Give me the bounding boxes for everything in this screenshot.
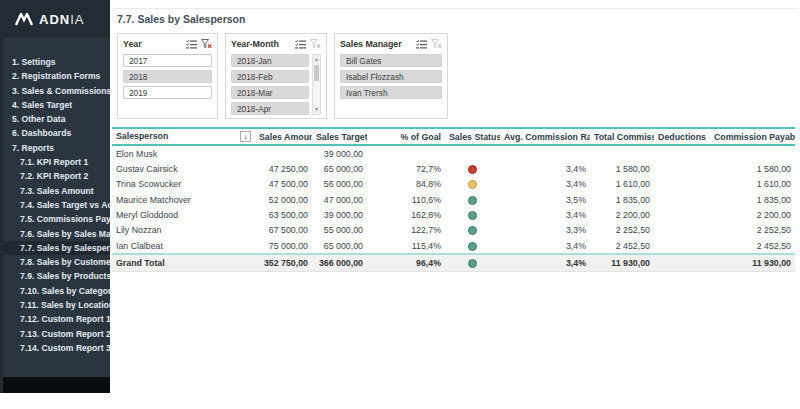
cell-total-commissions: 1 835,00 [590, 192, 654, 207]
sidebar-item-other-data[interactable]: 5. Other Data [3, 112, 110, 126]
sidebar-item-sales-target-vs-actual[interactable]: 7.4. Sales Target vs Actual [3, 198, 110, 212]
clear-filter-icon[interactable] [201, 39, 212, 49]
cell-sales-amount: 67 500,00 [255, 223, 312, 238]
slicer-month-item-apr[interactable]: 2018-Apr [231, 102, 309, 115]
sidebar-item-kpi-report-2[interactable]: 7.2. KPI Report 2 [3, 169, 110, 183]
cell-pct-of-goal: 162,8% [367, 207, 445, 222]
slicer-manager-item-isabel-flozzash[interactable]: Isabel Flozzash [340, 70, 442, 83]
clear-filter-icon-disabled[interactable] [431, 39, 442, 49]
column-header-total-commissions: Total Commissions [590, 128, 654, 145]
sidebar-item-custom-report-3[interactable]: 7.14. Custom Report 3 [3, 341, 110, 355]
cell-sales-amount: 47 500,00 [255, 177, 312, 192]
slicer-month-item-jan[interactable]: 2018-Jan [231, 54, 309, 67]
cell-salesperson: Lily Nozzan [112, 223, 255, 238]
slicer-manager-item-bill-gates[interactable]: Bill Gates [340, 54, 442, 67]
column-header-salesperson: Salesperson ↓ [112, 128, 255, 145]
table-header-row: Salesperson ↓ Sales Amount Sales Target … [112, 128, 795, 145]
cell-sales-target: 65 000,00 [312, 238, 367, 254]
slicer-sales-manager: Sales Manager Bill Gates Isabel Flozzash [334, 33, 448, 119]
cell-commission-payable: 1 580,00 [710, 161, 795, 176]
slicer-row: Year 2017 2018 2019 [117, 33, 448, 119]
slicer-year-item-2019[interactable]: 2019 [123, 86, 212, 99]
cell-pct-of-goal: 110,6% [367, 192, 445, 207]
cell-deductions [654, 192, 710, 207]
table-row: Trina Scowucker 47 500,00 56 000,00 84,8… [112, 177, 795, 192]
cell-commission-payable: 11 930,00 [710, 254, 795, 271]
cell-salesperson: Gustav Cairsick [112, 161, 255, 176]
cell-sales-amount: 63 500,00 [255, 207, 312, 222]
sidebar-item-sales-commissions[interactable]: 3. Sales & Commissions [3, 84, 110, 98]
sidebar-item-sales-target[interactable]: 4. Sales Target [3, 98, 110, 112]
logo-text-bold: ADN [39, 12, 70, 27]
cell-salesperson: Trina Scowucker [112, 177, 255, 192]
status-dot [468, 196, 477, 205]
sidebar-item-commissions-payable[interactable]: 7.5. Commissions Payable [3, 212, 110, 226]
column-header-commission-payable: Commission Payable [710, 128, 795, 145]
scroll-down-arrow[interactable]: ▼ [313, 105, 320, 114]
multi-select-icon[interactable] [416, 39, 427, 49]
cell-salesperson: Meryl Gloddood [112, 207, 255, 222]
grand-total-row: Grand Total 352 750,00 366 000,00 96,4% … [112, 254, 795, 271]
slicer-month-item-feb[interactable]: 2018-Feb [231, 70, 309, 83]
cell-sales-status [445, 177, 500, 192]
status-dot [468, 226, 477, 235]
sidebar-item-settings[interactable]: 1. Settings [3, 55, 110, 69]
sidebar-item-reports[interactable]: 7. Reports [3, 141, 110, 155]
table-row: Gustav Cairsick 47 250,00 65 000,00 72,7… [112, 161, 795, 176]
cell-deductions [654, 207, 710, 222]
sidebar-item-sales-by-products[interactable]: 7.9. Sales by Products [3, 269, 110, 283]
sidebar-item-sales-by-salesperson[interactable]: 7.7. Sales by Salesperson [3, 241, 110, 255]
table-row: Maurice Matchover 52 000,00 47 000,00 11… [112, 192, 795, 207]
scroll-up-arrow[interactable]: ▲ [313, 55, 320, 64]
slicer-month-item-mar[interactable]: 2018-Mar [231, 86, 309, 99]
sidebar-item-custom-report-1[interactable]: 7.12. Custom Report 1 [3, 312, 110, 326]
slicer-scrollbar[interactable]: ▲ ▼ [312, 54, 321, 115]
table-row: Lily Nozzan 67 500,00 55 000,00 122,7% 3… [112, 223, 795, 238]
cell-sales-status [445, 192, 500, 207]
adnia-logo: ADN IA [3, 0, 110, 38]
cell-sales-amount: 352 750,00 [255, 254, 312, 271]
sidebar-item-custom-report-2[interactable]: 7.13. Custom Report 2 [3, 327, 110, 341]
adnia-logo-icon [15, 13, 33, 26]
column-header-sales-status: Sales Status [445, 128, 500, 145]
column-header-sales-target: Sales Target [312, 128, 367, 145]
sidebar-item-sales-by-customers[interactable]: 7.8. Sales by Customers [3, 255, 110, 269]
sort-filter-button[interactable]: ↓ [240, 131, 251, 142]
cell-commission-payable: 2 200,00 [710, 207, 795, 222]
multi-select-icon[interactable] [186, 39, 197, 49]
status-dot [468, 165, 477, 174]
column-header-salesperson-label: Salesperson [116, 131, 168, 141]
cell-commission-payable: 1 610,00 [710, 177, 795, 192]
cell-salesperson: Ian Clalbeat [112, 238, 255, 254]
cell-commission-payable: 2 452,50 [710, 238, 795, 254]
sidebar-item-sales-by-sales-manager[interactable]: 7.6. Sales by Sales Manager [3, 227, 110, 241]
cell-commission-payable: 2 252,50 [710, 223, 795, 238]
clear-filter-icon-disabled[interactable] [310, 39, 321, 49]
cell-commission-payable: 1 835,00 [710, 192, 795, 207]
scrollbar-thumb[interactable] [314, 65, 319, 81]
cell-sales-status [445, 145, 500, 161]
table-row: Meryl Gloddood 63 500,00 39 000,00 162,8… [112, 207, 795, 222]
cell-deductions [654, 223, 710, 238]
slicer-manager-item-ivan-trersh[interactable]: Ivan Trersh [340, 86, 442, 99]
cell-sales-target: 56 000,00 [312, 177, 367, 192]
cell-sales-status [445, 161, 500, 176]
sidebar-item-sales-amount[interactable]: 7.3. Sales Amount [3, 184, 110, 198]
sidebar-item-dashboards[interactable]: 6. Dashboards [3, 126, 110, 140]
slicer-year-title: Year [123, 39, 186, 49]
sidebar-item-sales-by-category[interactable]: 7.10. Sales by Category [3, 284, 110, 298]
sidebar-item-registration-forms[interactable]: 2. Registration Forms [3, 69, 110, 83]
sidebar-item-kpi-report-1[interactable]: 7.1. KPI Report 1 [3, 155, 110, 169]
sidebar-item-sales-by-location[interactable]: 7.11. Sales by Location [3, 298, 110, 312]
cell-avg-commission-rate: 3,4% [500, 238, 590, 254]
slicer-year-item-2017[interactable]: 2017 [123, 54, 212, 67]
cell-sales-status [445, 223, 500, 238]
slicer-year-item-2018[interactable]: 2018 [123, 70, 212, 83]
multi-select-icon[interactable] [295, 39, 306, 49]
slicer-year-month: Year-Month 2018-Jan 2018-Feb 20 [225, 33, 327, 119]
slicer-year: Year 2017 2018 2019 [117, 33, 218, 119]
cell-pct-of-goal: 122,7% [367, 223, 445, 238]
scrollbar-track[interactable] [313, 82, 320, 105]
page-title: 7.7. Sales by Salesperson [117, 13, 245, 25]
cell-sales-target: 39 000,00 [312, 145, 367, 161]
